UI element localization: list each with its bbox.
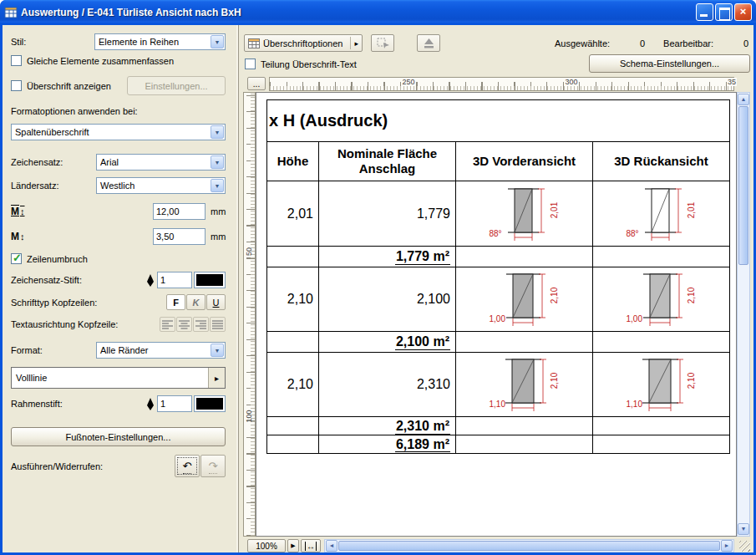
undo-button[interactable]: ↶ xyxy=(175,455,200,477)
column-header: 3D Rückansicht xyxy=(593,142,730,181)
preview-table: x H (Ausdruck) Höhe Nominale Fläche Ansc… xyxy=(266,99,730,454)
textgroesse-input[interactable] xyxy=(153,203,205,220)
dim-label: 2,10 xyxy=(550,373,559,389)
dim-label: 1,10 xyxy=(490,400,505,409)
zeilenabstand-input[interactable] xyxy=(153,228,205,245)
redo-icon: ↷ xyxy=(209,460,218,474)
textausrichtung-row: Textausrichtung Kopfzeile: xyxy=(11,317,226,332)
align-justify-button[interactable] xyxy=(210,317,226,332)
schrifttyp-row: Schrifttyp Kopfzeilen: F K U xyxy=(11,294,226,310)
column-header: Höhe xyxy=(267,142,319,181)
transfer-parameters-button[interactable] xyxy=(417,34,440,52)
dim-label: 1,00 xyxy=(627,314,642,323)
pick-up-parameters-button[interactable] xyxy=(371,34,394,52)
titlebar[interactable]: Auswertung / E-041 Türliste Ansicht nach… xyxy=(0,0,756,23)
back-view-cell: 2,10 1,00 xyxy=(593,267,730,332)
font-height-icon: M↕ xyxy=(11,206,25,217)
zeichensatz-row: Zeichensatz: Arial ▼ xyxy=(11,154,226,171)
dim-label: 2,01 xyxy=(550,201,559,217)
underline-button[interactable]: U xyxy=(206,294,226,310)
fit-in-window-button[interactable]: ↔ xyxy=(301,539,321,552)
zeichensatz-stift-color-swatch[interactable] xyxy=(194,272,226,288)
chevron-down-icon[interactable]: ▼ xyxy=(211,35,224,48)
window-icon xyxy=(4,6,18,19)
stil-select[interactable]: Elemente in Reihen ▼ xyxy=(94,33,226,50)
chevron-down-icon[interactable]: ▼ xyxy=(211,179,224,192)
zoom-flyout-button[interactable]: ▶ xyxy=(287,539,299,552)
zeichensatz-stift-label: Zeichensatz-Stift: xyxy=(11,275,82,285)
ausgewaehlte-label: Ausgewählte: xyxy=(555,38,610,48)
ruler-label: 300 xyxy=(564,78,578,86)
teilung-checkbox[interactable] xyxy=(245,59,256,69)
maximize-button[interactable] xyxy=(715,3,733,21)
ruler-label: 100 xyxy=(245,409,253,424)
window-title: Auswertung / E-041 Türliste Ansicht nach… xyxy=(21,7,694,18)
minimize-button[interactable] xyxy=(696,3,713,21)
horizontal-scroll-thumb[interactable] xyxy=(338,541,720,551)
zeilenumbruch-checkbox[interactable] xyxy=(11,253,22,264)
dim-label: 1,00 xyxy=(490,314,505,323)
redo-button[interactable]: ↷ xyxy=(200,455,226,477)
formatoptionen-value: Spaltenüberschrift xyxy=(12,127,210,137)
resize-grip[interactable] xyxy=(739,541,750,552)
rahmenstift-input[interactable] xyxy=(157,395,192,412)
ruler-options-button[interactable]: ... xyxy=(247,77,266,90)
vertical-scrollbar[interactable]: ▲ ▼ xyxy=(737,92,750,537)
chevron-down-icon[interactable]: ▼ xyxy=(211,125,224,139)
rahmenstift-color-swatch[interactable] xyxy=(194,395,226,412)
scroll-left-button[interactable]: ◄ xyxy=(326,540,337,552)
dim-label: 2,10 xyxy=(687,288,696,303)
close-button[interactable]: × xyxy=(734,3,752,21)
flaeche-cell: 1,779 xyxy=(319,181,456,247)
schedule-preview-canvas[interactable]: x H (Ausdruck) Höhe Nominale Fläche Ansc… xyxy=(256,92,737,537)
laendersatz-select[interactable]: Westlich ▼ xyxy=(96,177,226,194)
align-left-button[interactable] xyxy=(160,317,175,332)
schema-einstellungen-button[interactable]: Schema-Einstellungen... xyxy=(589,54,750,73)
flyout-arrow-icon[interactable]: ▸ xyxy=(208,368,225,388)
scroll-right-button[interactable]: ► xyxy=(721,540,733,552)
scroll-down-button[interactable]: ▼ xyxy=(738,523,749,535)
teilung-row: Teilung Überschrift-Text xyxy=(245,59,357,69)
dim-label: 2,10 xyxy=(687,373,696,389)
horizontal-scrollbar[interactable]: ◄ ► xyxy=(324,539,734,552)
align-right-button[interactable] xyxy=(193,317,209,332)
ueberschrift-anzeigen-checkbox[interactable] xyxy=(11,80,22,91)
einstellungen-button[interactable]: Einstellungen... xyxy=(127,76,226,95)
chevron-down-icon[interactable]: ▼ xyxy=(211,344,224,357)
format-value: Alle Ränder xyxy=(97,345,210,355)
linientyp-select[interactable]: Volllinie ▸ xyxy=(11,367,226,389)
flyout-arrow-icon: ▸ xyxy=(354,39,358,48)
formatoptionen-select[interactable]: Spaltenüberschrift ▼ xyxy=(11,124,226,140)
line-spacing-icon: M↕ xyxy=(11,231,25,242)
flaeche-cell: 2,310 xyxy=(319,353,456,417)
formatoptionen-label-row: Formatoptionen anwenden bei: xyxy=(11,106,226,116)
textausrichtung-label: Textausrichtung Kopfzeile: xyxy=(11,319,118,329)
fussnoten-button[interactable]: Fußnoten-Einstellungen... xyxy=(11,427,226,446)
door-symbol: 2,10 1,00 xyxy=(485,272,565,327)
settings-sidebar: Stil: Elemente in Reihen ▼ Gleiche Eleme… xyxy=(3,25,239,552)
scroll-up-button[interactable]: ▲ xyxy=(738,94,749,105)
zeichensatz-label: Zeichensatz: xyxy=(11,157,63,167)
door-symbol: 2,01 88° xyxy=(622,186,702,242)
align-center-button[interactable] xyxy=(176,317,192,332)
zoom-level-button[interactable]: 100% xyxy=(247,539,286,552)
gleiche-elemente-label: Gleiche Elemente zusammenfassen xyxy=(27,56,174,66)
zeichensatz-select[interactable]: Arial ▼ xyxy=(96,154,226,171)
table-title-row: x H (Ausdruck) xyxy=(267,100,730,142)
format-select[interactable]: Alle Ränder ▼ xyxy=(96,342,226,359)
italic-button[interactable]: K xyxy=(186,294,205,310)
format-label: Format: xyxy=(11,345,43,355)
subtotal-value: 2,310 m² xyxy=(395,419,450,435)
ruler-label: 35 xyxy=(727,78,737,86)
vertical-scroll-thumb[interactable] xyxy=(738,106,748,265)
ueberschrift-row: Überschrift anzeigen Einstellungen... xyxy=(11,76,226,95)
chevron-down-icon[interactable]: ▼ xyxy=(211,155,224,169)
bold-button[interactable]: F xyxy=(166,294,185,310)
zeichensatz-stift-input[interactable] xyxy=(157,272,192,288)
ruler-label: 50 xyxy=(245,244,253,259)
zeichensatz-stift-row: Zeichensatz-Stift: xyxy=(11,272,226,288)
hoehe-cell: 2,10 xyxy=(267,267,319,332)
gleiche-elemente-checkbox[interactable] xyxy=(11,55,22,66)
ueberschriftoptionen-button[interactable]: Überschriftoptionen ▸ xyxy=(244,34,363,52)
table-header-row: Höhe Nominale Fläche Anschlag 3D Vordera… xyxy=(267,142,730,181)
